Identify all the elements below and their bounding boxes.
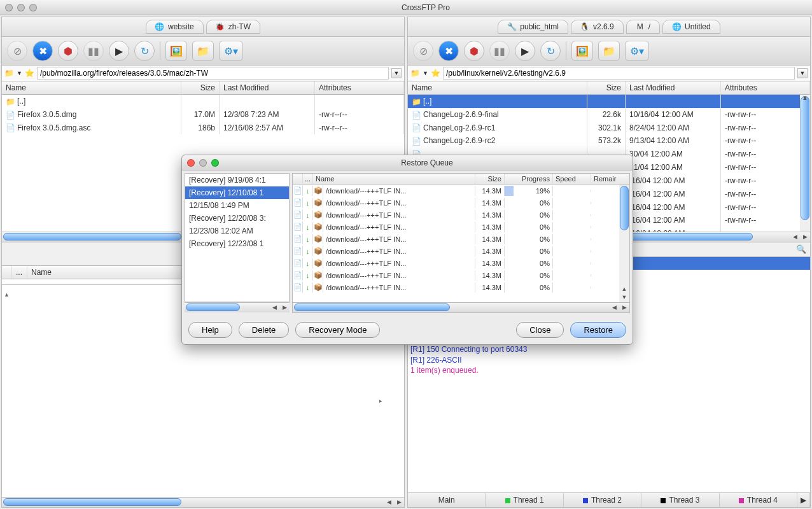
right-vscroll[interactable]: ▲▼	[800, 95, 810, 232]
session-item[interactable]: [Recovery] 12/23/08 1	[185, 237, 289, 250]
file-row[interactable]: 📄Firefox 3.0.5.dmg17.0M12/3/08 7:23 AM-r…	[2, 108, 404, 122]
tab-untitled[interactable]: 🌐Untitled	[662, 20, 720, 34]
close-icon[interactable]	[5, 4, 13, 11]
queue-col-dots[interactable]: ...	[12, 266, 27, 279]
thread-tab[interactable]: Thread 3	[641, 493, 719, 507]
left-bottom-hscroll[interactable]: ◀▶	[2, 497, 404, 507]
tab-public-html[interactable]: 🔧public_html	[498, 20, 568, 34]
recovery-mode-button[interactable]: Recovery Mode	[295, 322, 380, 338]
image-button[interactable]: 🖼️	[571, 41, 593, 61]
col-name[interactable]: Name	[408, 81, 587, 94]
file-row[interactable]: 📄ChangeLog-2.6.9-rc2573.2k9/13/04 12:00 …	[408, 134, 810, 148]
close-icon[interactable]	[187, 159, 195, 167]
left-pathbar: 📁 ▼ ⭐ ▼	[2, 66, 404, 81]
tab-v2-6-9[interactable]: 🐧v2.6.9	[571, 20, 624, 34]
settings-button[interactable]: ⚙▾	[625, 41, 649, 61]
file-row[interactable]: 📄ChangeLog-2.6.9-rc1302.1k8/24/04 12:00 …	[408, 122, 810, 135]
queue-row[interactable]: 📄↓📦/download/---+++TLF IN...14.3M0%	[293, 209, 629, 221]
stop-button[interactable]: ⬢	[464, 41, 484, 61]
queue-row[interactable]: 📄↓📦/download/---+++TLF IN...14.3M0%	[293, 257, 629, 269]
queue-vscroll[interactable]: ▲▼	[619, 185, 629, 302]
queue-row[interactable]: 📄↓📦/download/---+++TLF IN...14.3M0%	[293, 233, 629, 245]
new-folder-button[interactable]: 📁	[598, 41, 620, 61]
session-item[interactable]: 12/15/08 1:49 PM	[185, 199, 289, 212]
col-name[interactable]: Name	[2, 81, 181, 94]
abort-button[interactable]: ✖	[32, 41, 53, 61]
session-item[interactable]: 12/23/08 12:02 AM	[185, 225, 289, 237]
play-button[interactable]: ▶	[515, 41, 535, 61]
refresh-button[interactable]: ↻	[540, 41, 561, 61]
col-modified[interactable]: Last Modified	[626, 81, 721, 94]
queue-col-icon[interactable]	[2, 266, 12, 279]
session-item[interactable]: [Recovery] 12/20/08 3:	[185, 212, 289, 225]
col-name[interactable]: Name	[313, 174, 475, 184]
pause-button[interactable]: ▮▮	[489, 41, 510, 61]
tab--[interactable]: M/	[626, 20, 660, 34]
play-button[interactable]: ▶	[109, 41, 129, 61]
right-toolbar: ⊘ ✖ ⬢ ▮▮ ▶ ↻ 🖼️ 📁 ⚙▾	[408, 37, 810, 66]
star-icon[interactable]: ⭐	[25, 69, 34, 78]
star-icon[interactable]: ⭐	[431, 69, 440, 78]
dropdown-icon[interactable]: ▼	[423, 70, 428, 76]
minimize-icon[interactable]	[17, 4, 25, 11]
col-icon1[interactable]	[293, 174, 303, 184]
thread-tab[interactable]: Thread 2	[564, 493, 641, 507]
path-dropdown[interactable]: ▼	[797, 68, 808, 78]
collapse-arrow-icon[interactable]: ▲	[4, 291, 10, 298]
delete-button[interactable]: Delete	[239, 322, 290, 338]
settings-button[interactable]: ⚙▾	[219, 41, 243, 61]
col-size[interactable]: Size	[587, 81, 626, 94]
zoom-icon[interactable]	[211, 159, 219, 167]
col-attributes[interactable]: Attributes	[315, 81, 404, 94]
close-button[interactable]: Close	[516, 322, 564, 338]
col-size[interactable]: Size	[181, 81, 220, 94]
package-icon: 📦	[313, 282, 323, 293]
zoom-icon[interactable]	[29, 4, 37, 11]
queue-row[interactable]: 📄↓📦/download/---+++TLF IN...14.3M0%	[293, 269, 629, 281]
parent-row[interactable]: 📁[..]	[408, 95, 810, 108]
queue-row[interactable]: 📄↓📦/download/---+++TLF IN...14.3M0%	[293, 245, 629, 257]
queue-table: ... Name Size Progress Speed Remair 📄↓📦/…	[292, 173, 630, 313]
col-modified[interactable]: Last Modified	[220, 81, 315, 94]
session-hscroll[interactable]: ◀▶	[185, 302, 290, 312]
col-size[interactable]: Size	[475, 174, 505, 184]
parent-row[interactable]: 📁[..]	[2, 95, 404, 108]
search-icon[interactable]: 🔍	[796, 244, 806, 254]
queue-row[interactable]: 📄↓📦/download/---+++TLF IN...14.3M0%	[293, 221, 629, 233]
thread-tab[interactable]: Main	[408, 493, 486, 507]
stop-button[interactable]: ⬢	[58, 41, 78, 61]
file-row[interactable]: 📄ChangeLog-2.6.9-final22.6k10/16/04 12:0…	[408, 108, 810, 122]
col-remain[interactable]: Remair	[591, 174, 629, 184]
disconnect-button[interactable]: ⊘	[7, 41, 27, 61]
col-dots[interactable]: ...	[303, 174, 313, 184]
new-folder-button[interactable]: 📁	[192, 41, 214, 61]
path-input[interactable]	[37, 67, 389, 80]
disconnect-button[interactable]: ⊘	[413, 41, 433, 61]
tab-website[interactable]: 🌐website	[146, 20, 204, 34]
queue-row[interactable]: 📄↓📦/download/---+++TLF IN...14.3M19%	[293, 185, 629, 197]
path-dropdown[interactable]: ▼	[391, 68, 402, 78]
restore-button[interactable]: Restore	[570, 322, 626, 338]
refresh-button[interactable]: ↻	[134, 41, 155, 61]
thread-tab[interactable]: Thread 1	[486, 493, 563, 507]
tab-zh-tw[interactable]: 🐞zh-TW	[206, 20, 260, 34]
session-item[interactable]: [Recovery] 9/19/08 4:1	[185, 174, 289, 186]
thread-tab[interactable]: Thread 4	[720, 493, 797, 507]
dropdown-icon[interactable]: ▼	[17, 70, 22, 76]
queue-row[interactable]: 📄↓📦/download/---+++TLF IN...14.3M0%	[293, 197, 629, 209]
path-input[interactable]	[443, 67, 795, 80]
col-progress[interactable]: Progress	[505, 174, 553, 184]
collapse-arrow-icon[interactable]: ▸	[379, 398, 382, 404]
file-row[interactable]: 📄Firefox 3.0.5.dmg.asc186b12/16/08 2:57 …	[2, 122, 404, 135]
abort-button[interactable]: ✖	[438, 41, 459, 61]
session-item[interactable]: [Recovery] 12/10/08 1	[185, 186, 289, 199]
dlg-left-wrapper: [Recovery] 9/19/08 4:1[Recovery] 12/10/0…	[185, 173, 290, 313]
image-button[interactable]: 🖼️	[165, 41, 187, 61]
thread-tabs-more[interactable]: ▶	[797, 493, 810, 507]
queue-row[interactable]: 📄↓📦/download/---+++TLF IN...14.3M0%	[293, 281, 629, 293]
col-attributes[interactable]: Attributes	[721, 81, 810, 94]
pause-button[interactable]: ▮▮	[83, 41, 104, 61]
col-speed[interactable]: Speed	[553, 174, 591, 184]
queue-hscroll[interactable]: ◀▶	[293, 302, 629, 312]
help-button[interactable]: Help	[188, 322, 232, 338]
